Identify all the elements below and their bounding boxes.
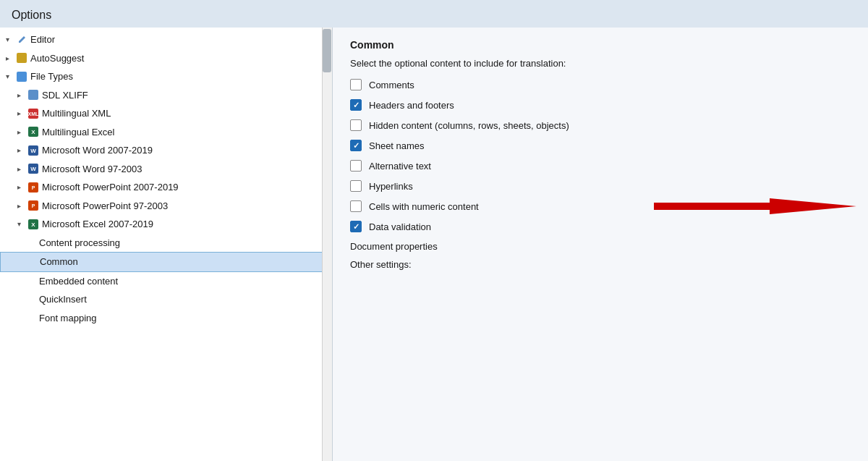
tree-panel: ▾Editor▸AutoSuggest▾File Types▸SDL XLIFF… — [0, 28, 333, 461]
expand-arrow-editor: ▾ — [6, 34, 14, 45]
checkbox-label-hidden_content[interactable]: Hidden content (columns, rows, sheets, o… — [350, 119, 569, 131]
options-window: Options ▾Editor▸AutoSuggest▾File Types▸S… — [0, 0, 868, 461]
svg-text:P: P — [32, 185, 35, 190]
tree-item-ppt97[interactable]: ▸PMicrosoft PowerPoint 97-2003 — [0, 197, 332, 216]
checkbox-row-hidden_content: Hidden content (columns, rows, sheets, o… — [350, 119, 851, 131]
tree-icon-editor — [16, 34, 27, 46]
subsection-other_settings: Other settings: — [350, 259, 851, 270]
tree-label-word2007: Microsoft Word 2007-2019 — [42, 143, 153, 158]
checkbox-label-hyperlinks[interactable]: Hyperlinks — [350, 180, 413, 192]
scrollbar-thumb[interactable] — [323, 29, 331, 72]
scrollbar-track[interactable] — [322, 28, 332, 461]
tree-icon-word2007: W — [27, 145, 39, 156]
tree-container: ▾Editor▸AutoSuggest▾File Types▸SDL XLIFF… — [0, 30, 332, 327]
checkbox-text-hidden_content: Hidden content (columns, rows, sheets, o… — [369, 120, 569, 131]
tree-label-multilingualxml: Multilingual XML — [42, 106, 111, 121]
checkbox-text-cells_numeric: Cells with numeric content — [369, 201, 479, 212]
expand-arrow-ppt97: ▸ — [17, 200, 26, 211]
checkbox-label-alternative_text[interactable]: Alternative text — [350, 160, 431, 172]
checkbox-label-cells_numeric[interactable]: Cells with numeric content — [350, 200, 479, 212]
checkbox-row-sheet_names: Sheet names — [350, 140, 851, 151]
tree-icon-word97: W — [27, 163, 39, 174]
svg-text:W: W — [30, 166, 36, 172]
tree-item-editor[interactable]: ▾Editor — [0, 30, 332, 49]
tree-icon-ppt2007: P — [27, 182, 39, 193]
tree-icon-autosuggest — [16, 52, 27, 64]
tree-item-multilingualexcel[interactable]: ▸XMultilingual Excel — [0, 123, 332, 142]
tree-label-fontmapping: Font mapping — [39, 311, 97, 326]
tree-icon-ppt97: P — [27, 200, 39, 211]
subsections-container: Document propertiesOther settings: — [350, 241, 851, 270]
checkbox-headers_footers[interactable] — [350, 99, 362, 111]
checkbox-text-headers_footers: Headers and footers — [369, 100, 454, 111]
tree-label-sdlxliff: SDL XLIFF — [42, 88, 88, 103]
tree-label-excel2007: Microsoft Excel 2007-2019 — [42, 217, 153, 232]
expand-arrow-autosuggest: ▸ — [6, 53, 14, 64]
tree-icon-multilingualexcel: X — [27, 126, 39, 138]
checkbox-label-data_validation[interactable]: Data validation — [350, 221, 431, 232]
expand-arrow-multilingualexcel: ▸ — [17, 127, 26, 138]
tree-label-autosuggest: AutoSuggest — [30, 51, 84, 66]
svg-marker-14 — [654, 198, 856, 214]
checkbox-comments[interactable] — [350, 79, 362, 90]
tree-item-embeddedcontent[interactable]: Embedded content — [0, 272, 332, 291]
checkbox-row-alternative_text: Alternative text — [350, 160, 851, 172]
tree-label-common: Common — [40, 255, 78, 269]
checkbox-text-sheet_names: Sheet names — [369, 140, 425, 151]
checkbox-row-hyperlinks: Hyperlinks — [350, 180, 851, 192]
checkbox-label-headers_footers[interactable]: Headers and footers — [350, 99, 454, 111]
tree-item-excel2007[interactable]: ▾XMicrosoft Excel 2007-2019 — [0, 215, 332, 234]
checkbox-sheet_names[interactable] — [350, 140, 362, 151]
checkbox-text-data_validation: Data validation — [369, 221, 431, 232]
tree-label-filetypes: File Types — [30, 69, 73, 84]
tree-item-fontmapping[interactable]: Font mapping — [0, 309, 332, 328]
svg-text:XML: XML — [28, 111, 38, 117]
expand-arrow-word97: ▸ — [17, 164, 26, 174]
checkbox-hidden_content[interactable] — [350, 119, 362, 131]
settings-content: Common Select the optional content to in… — [350, 39, 851, 270]
tree-icon-excel2007: X — [27, 219, 39, 230]
svg-text:X: X — [31, 129, 35, 135]
tree-item-autosuggest[interactable]: ▸AutoSuggest — [0, 49, 332, 68]
tree-item-word2007[interactable]: ▸WMicrosoft Word 2007-2019 — [0, 141, 332, 160]
checkbox-label-comments[interactable]: Comments — [350, 79, 414, 90]
red-arrow-icon — [654, 196, 856, 216]
tree-label-editor: Editor — [30, 33, 55, 47]
tree-item-ppt2007[interactable]: ▸PMicrosoft PowerPoint 2007-2019 — [0, 178, 332, 197]
tree-item-word97[interactable]: ▸WMicrosoft Word 97-2003 — [0, 160, 332, 179]
checkbox-row-comments: Comments — [350, 79, 851, 90]
tree-item-multilingualxml[interactable]: ▸XMLMultilingual XML — [0, 104, 332, 123]
tree-label-contentprocessing: Content processing — [39, 236, 120, 250]
svg-text:X: X — [31, 221, 35, 228]
tree-item-sdlxliff[interactable]: ▸SDL XLIFF — [0, 86, 332, 105]
tree-item-filetypes[interactable]: ▾File Types — [0, 67, 332, 86]
tree-item-common[interactable]: Common — [0, 252, 332, 272]
checkboxes-container: CommentsHeaders and footersHidden conten… — [350, 79, 851, 232]
window-title: Options — [0, 0, 868, 28]
checkbox-data_validation[interactable] — [350, 221, 362, 232]
checkbox-text-alternative_text: Alternative text — [369, 161, 431, 172]
tree-icon-filetypes — [16, 71, 27, 83]
checkbox-alternative_text[interactable] — [350, 160, 362, 172]
expand-arrow-sdlxliff: ▸ — [17, 90, 26, 101]
checkbox-text-hyperlinks: Hyperlinks — [369, 181, 413, 192]
checkbox-hyperlinks[interactable] — [350, 180, 362, 192]
tree-label-multilingualexcel: Multilingual Excel — [42, 125, 114, 140]
expand-arrow-filetypes: ▾ — [6, 71, 14, 82]
settings-panel: Common Select the optional content to in… — [333, 28, 868, 461]
tree-icon-multilingualxml: XML — [27, 108, 39, 119]
expand-arrow-excel2007: ▾ — [17, 219, 26, 229]
tree-item-quickinsert[interactable]: QuickInsert — [0, 290, 332, 309]
tree-label-ppt97: Microsoft PowerPoint 97-2003 — [42, 199, 168, 213]
checkbox-label-sheet_names[interactable]: Sheet names — [350, 140, 425, 151]
tree-item-contentprocessing[interactable]: Content processing — [0, 234, 332, 253]
checkbox-row-cells_numeric: Cells with numeric content — [350, 200, 851, 212]
subsection-doc_properties: Document properties — [350, 241, 851, 252]
checkbox-cells_numeric[interactable] — [350, 200, 362, 212]
tree-label-ppt2007: Microsoft PowerPoint 2007-2019 — [42, 180, 179, 195]
tree-icon-sdlxliff — [27, 89, 39, 101]
tree-label-quickinsert: QuickInsert — [39, 292, 87, 307]
svg-text:W: W — [30, 148, 36, 154]
expand-arrow-word2007: ▸ — [17, 145, 26, 156]
checkbox-row-data_validation: Data validation — [350, 221, 851, 232]
